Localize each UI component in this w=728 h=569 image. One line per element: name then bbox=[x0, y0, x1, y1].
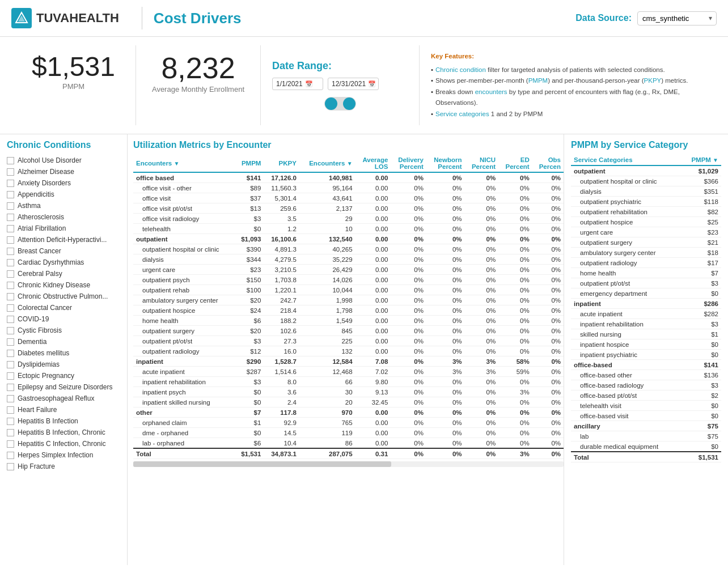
sidebar-item-breast-cancer[interactable]: Breast Cancer bbox=[0, 245, 127, 257]
pmpm-col-pmpm[interactable]: PMPM ▼ bbox=[682, 155, 721, 165]
row-los: 0.00 bbox=[355, 305, 391, 316]
col-encounters[interactable]: Encounters ▼ bbox=[133, 155, 235, 172]
checkbox-hepc-chronic[interactable] bbox=[7, 440, 14, 448]
col-nicu[interactable]: NICUPercent bbox=[465, 155, 499, 172]
checkbox-heart-failure[interactable] bbox=[7, 406, 14, 414]
col-pmpm[interactable]: PMPM bbox=[235, 155, 264, 172]
pmpm-row-name: outpatient psychiatric bbox=[571, 197, 682, 207]
col-newborn[interactable]: NewbornPercent bbox=[426, 155, 465, 172]
row-obs: 0% bbox=[532, 244, 564, 254]
service-categories-link[interactable]: Service categories bbox=[435, 111, 489, 117]
col-avg-los[interactable]: AverageLOS bbox=[355, 155, 391, 172]
sidebar-item-atherosclerosis[interactable]: Atherosclerosis bbox=[0, 211, 127, 223]
sidebar-item-heart-failure[interactable]: Heart Failure bbox=[0, 404, 127, 415]
checkbox-atherosclerosis[interactable] bbox=[7, 214, 14, 221]
checkbox-diabetes[interactable] bbox=[7, 350, 14, 357]
col-obs[interactable]: ObsPercen bbox=[532, 155, 564, 172]
row-pmpm: $1 bbox=[235, 418, 264, 428]
col-ed[interactable]: EDPercent bbox=[498, 155, 532, 172]
pkpy-link[interactable]: PKPY bbox=[644, 77, 662, 84]
sidebar-item-adhd[interactable]: Attention Deficit-Hyperactivi... bbox=[0, 234, 127, 245]
checkbox-ckd[interactable] bbox=[7, 282, 14, 289]
sidebar-item-afib[interactable]: Atrial Fibrillation bbox=[0, 223, 127, 234]
sidebar-item-cerebral[interactable]: Cerebral Palsy bbox=[0, 268, 127, 279]
checkbox-hepb-chronic[interactable] bbox=[7, 429, 14, 436]
sidebar-item-cardiac[interactable]: Cardiac Dysrhythmias bbox=[0, 257, 127, 268]
row-newborn: 0% bbox=[426, 346, 465, 356]
sidebar-item-gerd[interactable]: Gastroesophageal Reflux bbox=[0, 393, 127, 404]
encounters-link[interactable]: encounters bbox=[475, 88, 507, 95]
sidebar-item-hepb[interactable]: Hepatitis B Infection bbox=[0, 415, 127, 427]
sidebar-item-colorectal[interactable]: Colorectal Cancer bbox=[0, 302, 127, 313]
chronic-condition-link[interactable]: Chronic condition bbox=[435, 66, 486, 73]
row-nicu: 0% bbox=[465, 224, 499, 234]
checkbox-afib[interactable] bbox=[7, 225, 14, 232]
row-pkpy: 92.9 bbox=[264, 418, 299, 428]
row-enc: 2,137 bbox=[299, 203, 355, 214]
pmpm-row-name: emergency department bbox=[571, 288, 682, 299]
pmpm-row-name: urgent care bbox=[571, 227, 682, 237]
sidebar-item-hip-fracture[interactable]: Hip Fracture bbox=[0, 461, 127, 472]
checkbox-dyslip[interactable] bbox=[7, 361, 14, 368]
toggle-track[interactable] bbox=[324, 97, 356, 111]
sidebar-item-covid[interactable]: COVID-19 bbox=[0, 313, 127, 325]
row-los: 0.00 bbox=[355, 295, 391, 305]
list-item: outpatient rehabilitation $82 bbox=[571, 207, 721, 217]
sidebar-item-dyslip[interactable]: Dyslipidemias bbox=[0, 359, 127, 370]
sidebar-item-ectopic[interactable]: Ectopic Pregnancy bbox=[0, 370, 127, 381]
sidebar-item-dementia[interactable]: Dementia bbox=[0, 336, 127, 347]
checkbox-anxiety[interactable] bbox=[7, 180, 14, 187]
checkbox-gerd[interactable] bbox=[7, 395, 14, 402]
checkbox-cardiac[interactable] bbox=[7, 259, 14, 266]
datasource-select-wrapper[interactable]: cms_synthetic bbox=[637, 11, 717, 26]
col-enc-count[interactable]: Encounters ▼ bbox=[299, 155, 355, 172]
sidebar-item-appendicitis[interactable]: Appendicitis bbox=[0, 189, 127, 200]
checkbox-herpes[interactable] bbox=[7, 452, 14, 459]
total-los: 0.31 bbox=[355, 448, 391, 459]
date-end-input[interactable]: 12/31/2021 📅 bbox=[328, 78, 379, 90]
checkbox-copd[interactable] bbox=[7, 293, 14, 300]
sidebar-item-hepc-chronic[interactable]: Hepatitis C Infection, Chronic bbox=[0, 438, 127, 449]
row-los: 0.00 bbox=[355, 438, 391, 449]
sidebar-item-anxiety[interactable]: Anxiety Disorders bbox=[0, 177, 127, 189]
checkbox-ectopic[interactable] bbox=[7, 372, 14, 380]
checkbox-breast-cancer[interactable] bbox=[7, 248, 14, 255]
checkbox-epilepsy[interactable] bbox=[7, 384, 14, 391]
checkbox-covid[interactable] bbox=[7, 316, 14, 323]
sidebar-item-cystic[interactable]: Cystic Fibrosis bbox=[0, 325, 127, 336]
sidebar-item-alcohol[interactable]: Alcohol Use Disorder bbox=[0, 155, 127, 166]
pmpm-col-service[interactable]: Service Categories bbox=[571, 155, 682, 165]
checkbox-alzheimer[interactable] bbox=[7, 168, 14, 176]
sidebar-item-hepb-chronic[interactable]: Hepatitis B Infection, Chronic bbox=[0, 427, 127, 438]
datasource-select[interactable]: cms_synthetic bbox=[637, 11, 717, 26]
sidebar-item-ckd[interactable]: Chronic Kidney Disease bbox=[0, 279, 127, 291]
checkbox-dementia[interactable] bbox=[7, 338, 14, 346]
checkbox-cerebral[interactable] bbox=[7, 270, 14, 278]
row-enc: 40,265 bbox=[299, 244, 355, 254]
pmpm-link[interactable]: PMPM bbox=[528, 77, 548, 84]
toggle-switch[interactable] bbox=[272, 97, 408, 111]
table-row: lab - orphaned $6 10.4 86 0.00 0% 0% 0% … bbox=[133, 438, 564, 449]
utilization-table: Encounters ▼ PMPM PKPY Encounters ▼ Aver… bbox=[133, 155, 564, 459]
row-ed: 0% bbox=[498, 305, 532, 316]
sidebar-item-diabetes[interactable]: Diabetes mellitus bbox=[0, 347, 127, 359]
checkbox-hepb[interactable] bbox=[7, 418, 14, 425]
checkbox-appendicitis[interactable] bbox=[7, 191, 14, 198]
date-start-input[interactable]: 1/1/2021 📅 bbox=[272, 78, 323, 90]
sidebar-item-alzheimer[interactable]: Alzheimer Disease bbox=[0, 166, 127, 177]
sidebar-item-herpes[interactable]: Herpes Simplex Infection bbox=[0, 449, 127, 461]
checkbox-colorectal[interactable] bbox=[7, 304, 14, 312]
sidebar-item-epilepsy[interactable]: Epilepsy and Seizure Disorders bbox=[0, 381, 127, 393]
checkbox-asthma[interactable] bbox=[7, 202, 14, 210]
sidebar-item-copd[interactable]: Chronic Obstructive Pulmon... bbox=[0, 291, 127, 302]
scrollbar-thumb[interactable] bbox=[133, 461, 391, 467]
checkbox-hip-fracture[interactable] bbox=[7, 463, 14, 470]
col-pkpy[interactable]: PKPY bbox=[264, 155, 299, 172]
col-delivery[interactable]: DeliveryPercent bbox=[391, 155, 426, 172]
checkbox-adhd[interactable] bbox=[7, 236, 14, 244]
table-scrollbar[interactable] bbox=[133, 461, 564, 467]
checkbox-alcohol[interactable] bbox=[7, 157, 14, 164]
sidebar-item-asthma[interactable]: Asthma bbox=[0, 200, 127, 211]
table-row: inpatient skilled nursing $0 2.4 20 32.4… bbox=[133, 397, 564, 407]
checkbox-cystic[interactable] bbox=[7, 327, 14, 334]
